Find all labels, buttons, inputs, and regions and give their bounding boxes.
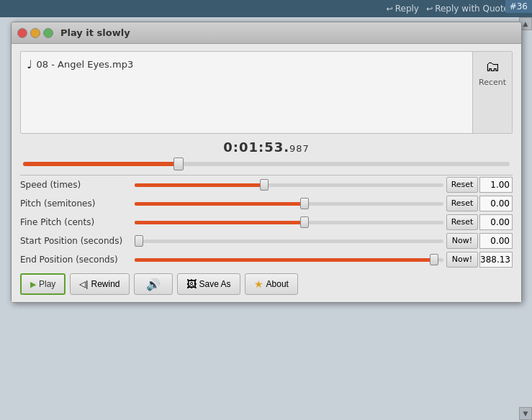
pitch-track[interactable] [135,202,443,206]
fine-pitch-label: Fine Pitch (cents) [20,217,132,227]
start-pos-now-button[interactable]: Now! [446,233,478,249]
speed-reset-button[interactable]: Reset [446,177,478,193]
bottom-buttons: ▶ Play ◁| Rewind 🔊 🖼 Save As ★ About [20,273,513,295]
window-controls [17,28,53,38]
play-button[interactable]: ▶ Play [20,273,66,295]
hash-badge: #36 [505,0,532,13]
fine-pitch-fill [135,221,305,224]
fine-pitch-reset-button[interactable]: Reset [446,214,478,230]
star-icon: ★ [254,278,263,290]
minimize-button[interactable] [30,28,40,38]
start-pos-slider-wrap [132,239,446,243]
end-pos-thumb[interactable] [430,254,438,265]
reply-icon: ↩ [387,4,393,14]
time-main: 0:01:53. [223,140,289,155]
start-pos-value: 0.00 [479,233,513,249]
dialog-titlebar: Play it slowly [12,22,521,44]
about-label: About [266,279,289,289]
file-list: ♩ 08 - Angel Eyes.mp3 [21,52,472,133]
speed-row: Speed (times) Reset 1.00 [20,177,513,193]
rewind-label: Rewind [91,279,120,289]
about-button[interactable]: ★ About [245,273,298,295]
end-pos-track[interactable] [135,258,443,262]
end-pos-label: End Position (seconds) [20,255,132,265]
pitch-thumb[interactable] [300,198,309,209]
save-as-icon: 🖼 [186,278,197,290]
top-bar-links: ↩ Reply ↩ Reply with Quote ⋯ [387,4,525,14]
time-frac: 987 [289,143,310,154]
file-name: 08 - Angel Eyes.mp3 [37,59,134,70]
reply-quote-link[interactable]: ↩ Reply with Quote [426,4,509,14]
fine-pitch-track[interactable] [135,221,443,224]
speed-fill [135,183,264,187]
end-pos-fill [135,258,434,262]
time-display: 0:01:53.987 [20,140,513,155]
speed-value: 1.00 [479,177,513,193]
controls-container: Speed (times) Reset 1.00 Pitch (semitone… [20,177,513,268]
divider [20,175,513,175]
speed-track[interactable] [135,183,443,187]
pitch-value: 0.00 [479,196,513,211]
fine-pitch-row: Fine Pitch (cents) Reset 0.00 [20,214,513,230]
speed-slider-wrap [132,183,446,187]
end-pos-value: 388.13 [479,252,513,268]
start-pos-row: Start Position (seconds) Now! 0.00 [20,233,513,249]
pitch-label: Pitch (semitones) [20,198,132,209]
save-as-button[interactable]: 🖼 Save As [177,273,240,295]
speed-thumb[interactable] [260,179,269,191]
pitch-reset-button[interactable]: Reset [446,196,478,211]
play-icon: ▶ [30,280,36,289]
dialog-window: Play it slowly ♩ 08 - Angel Eyes.mp3 🗂 R… [11,22,522,303]
maximize-button[interactable] [43,28,53,38]
reply-link[interactable]: ↩ Reply [387,4,419,14]
play-label: Play [39,279,55,289]
volume-button[interactable]: 🔊 [134,273,173,295]
save-as-label: Save As [199,279,231,289]
dialog-title: Play it slowly [60,27,130,38]
recent-label: Recent [479,78,506,87]
music-icon: ♩ [27,58,32,71]
fine-pitch-value: 0.00 [479,214,513,230]
end-pos-now-button[interactable]: Now! [446,252,478,268]
close-button[interactable] [17,28,27,38]
fine-pitch-slider-wrap [132,221,446,224]
dialog-body: ♩ 08 - Angel Eyes.mp3 🗂 Recent 0:01:53.9… [12,44,521,302]
start-pos-track[interactable] [135,239,443,243]
end-pos-row: End Position (seconds) Now! 388.13 [20,252,513,268]
file-sidebar: 🗂 Recent [472,52,512,133]
volume-icon: 🔊 [146,278,161,291]
position-slider-thumb[interactable] [173,158,184,170]
rewind-button[interactable]: ◁| Rewind [70,273,129,295]
pitch-row: Pitch (semitones) Reset 0.00 [20,196,513,211]
pitch-fill [135,202,305,206]
start-pos-thumb[interactable] [135,235,143,247]
start-pos-label: Start Position (seconds) [20,236,132,246]
file-area: ♩ 08 - Angel Eyes.mp3 🗂 Recent [20,51,513,134]
scroll-down[interactable]: ▼ [519,407,532,420]
position-slider-fill [23,162,179,166]
reply-quote-icon: ↩ [426,4,433,14]
position-slider-row [20,162,513,166]
file-item[interactable]: ♩ 08 - Angel Eyes.mp3 [27,58,133,71]
recent-folder-icon[interactable]: 🗂 [485,58,500,75]
position-slider-track[interactable] [23,162,510,166]
end-pos-slider-wrap [132,258,446,262]
pitch-slider-wrap [132,202,446,206]
top-bar: ↩ Reply ↩ Reply with Quote ⋯ [0,0,532,17]
rewind-icon: ◁| [79,279,88,289]
speed-label: Speed (times) [20,180,132,190]
fine-pitch-thumb[interactable] [300,216,309,228]
